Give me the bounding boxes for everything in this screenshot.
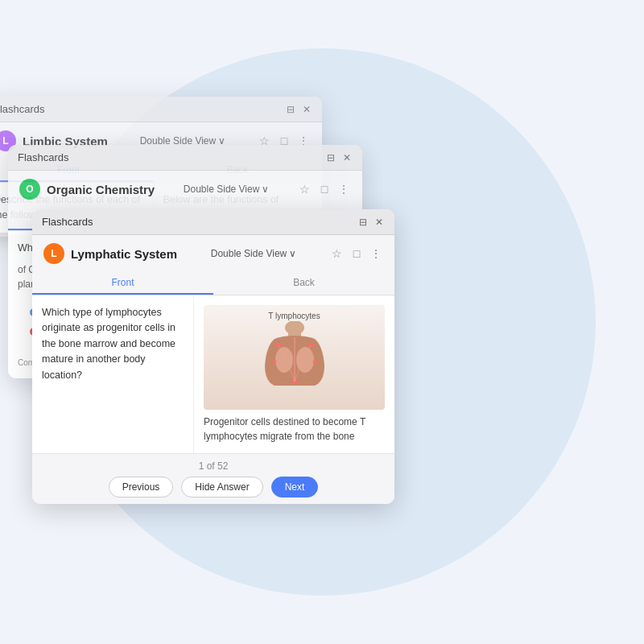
tab-back-lymphatic[interactable]: Back [213,272,394,295]
deck-icon-lymphatic: L [43,243,64,264]
minimize-organic[interactable]: ⊟ [325,152,336,163]
chevron-down-icon-organic: ∨ [262,184,269,195]
title-limbic: Flashcards [0,103,45,115]
titlebar-lymphatic: Flashcards ⊟ ✕ [32,209,394,235]
close-organic[interactable]: ✕ [341,152,353,163]
svg-point-13 [272,360,276,364]
controls-lymphatic: ⊟ ✕ [357,217,385,228]
view-selector-organic[interactable]: Double Side View ∨ [184,184,270,195]
titlebar-organic: Flashcards ⊟ ✕ [8,145,362,171]
controls-limbic: ⊟ ✕ [285,104,312,115]
deck-label-organic: O Organic Chemistry [19,179,155,200]
lymph-image: T lymphocytes [204,305,385,410]
star-icon-organic[interactable]: ☆ [298,182,312,196]
bookmark-icon-organic[interactable]: □ [317,182,332,196]
svg-point-14 [312,360,316,364]
view-selector-lymphatic[interactable]: Double Side View ∨ [211,248,297,259]
background-circle: Muscles Muscles Reflex Arc Cerebellum Fl… [48,48,596,596]
minimize-lymphatic[interactable]: ⊟ [357,217,369,228]
front-panel-lymphatic: Which type of lymphocytes originate as p… [32,295,193,453]
hide-answer-button[interactable]: Hide Answer [181,477,262,497]
deck-name-lymphatic: Lymphatic System [71,247,177,261]
header-organic: O Organic Chemistry Double Side View ∨ ☆… [8,171,362,208]
content-lymphatic: Which type of lymphocytes originate as p… [32,295,394,453]
more-icon-lymphatic[interactable]: ⋮ [369,246,383,261]
close-limbic[interactable]: ✕ [301,104,312,115]
close-lymphatic[interactable]: ✕ [374,217,385,228]
title-organic: Flashcards [18,151,69,163]
tabs-lymphatic: Front Back [32,272,394,295]
question-text: Which type of lymphocytes originate as p… [42,305,184,383]
body-illustration [250,321,339,410]
tab-front-lymphatic[interactable]: Front [32,272,213,295]
deck-icon-organic: O [19,179,40,200]
deck-name-organic: Organic Chemistry [47,183,155,196]
answer-text-lymphatic: Progenitor cells destined to become T ly… [204,415,385,444]
star-icon-lymphatic[interactable]: ☆ [330,246,345,261]
window-lymphatic: Flashcards ⊟ ✕ L Lymphatic System Double… [32,209,394,504]
actions-organic: ☆ □ ⋮ [298,182,351,196]
page-indicator: 1 of 52 [199,460,229,472]
minimize-limbic[interactable]: ⊟ [285,104,296,115]
svg-point-8 [285,321,304,335]
header-lymphatic: L Lymphatic System Double Side View ∨ ☆ … [32,235,394,272]
controls-organic: ⊟ ✕ [325,152,353,163]
image-label: T lymphocytes [268,310,320,322]
deck-label-lymphatic: L Lymphatic System [43,243,177,264]
actions-lymphatic: ☆ □ ⋮ [330,246,383,261]
title-lymphatic: Flashcards [42,216,93,228]
next-button[interactable]: Next [271,477,319,497]
bookmark-icon-lymphatic[interactable]: □ [349,246,364,261]
prev-button[interactable]: Previous [109,477,174,497]
titlebar-limbic: Flashcards ⊟ ✕ [0,97,322,122]
back-panel-lymphatic: T lymphocytes [194,295,394,453]
more-icon-organic[interactable]: ⋮ [336,182,351,196]
nav-bar: 1 of 52 Previous Hide Answer Next [32,453,394,504]
chevron-down-icon-lymphatic: ∨ [289,248,296,259]
